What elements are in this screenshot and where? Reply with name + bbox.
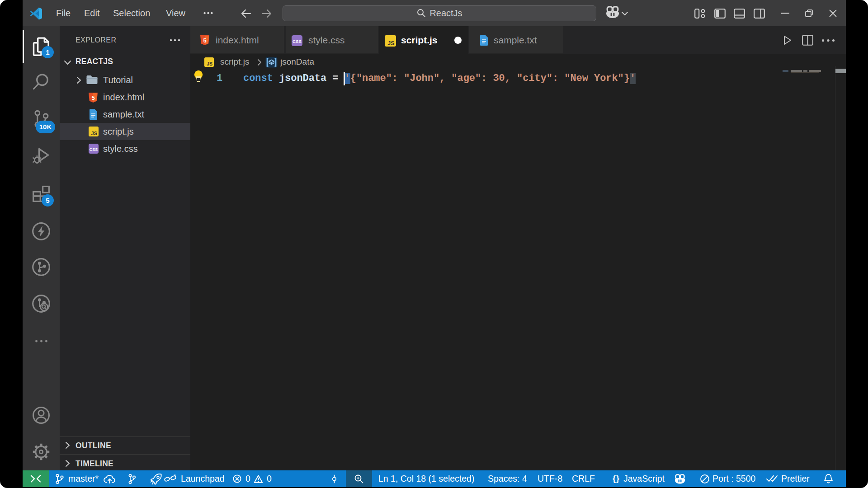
svg-text:5: 5	[91, 94, 94, 101]
svg-text:5: 5	[203, 37, 206, 44]
svg-text:JS: JS	[387, 40, 394, 47]
svg-text:CSS: CSS	[292, 39, 302, 44]
svg-text:JS: JS	[91, 131, 97, 136]
svg-text:CSS: CSS	[90, 147, 98, 152]
svg-text:JS: JS	[207, 61, 212, 66]
